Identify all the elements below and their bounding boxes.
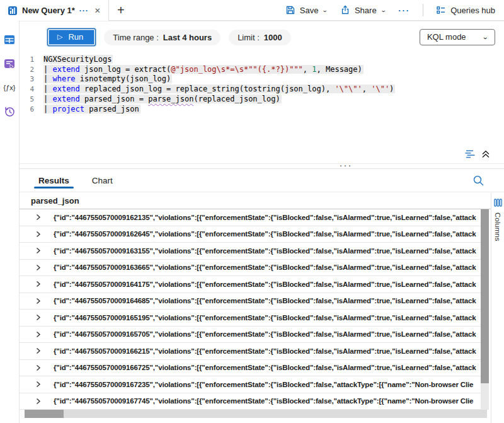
- code-line[interactable]: 3| where isnotempty(json_log): [20, 74, 504, 84]
- queries-hub-label: Queries hub: [450, 6, 495, 15]
- row-expand-chevron-icon[interactable]: [35, 331, 42, 338]
- query-editor[interactable]: 1NGXSecurityLogs2| extend json_log = ext…: [20, 55, 504, 114]
- table-row[interactable]: {"id":"4467550570009166215","violations"…: [20, 343, 481, 360]
- collapse-panel-icon[interactable]: [481, 149, 490, 159]
- results-panel: Results Chart parsed_json {"id":"4467550…: [20, 169, 504, 423]
- tab-chart[interactable]: Chart: [92, 169, 113, 192]
- code-line[interactable]: 4| extend replaced_json_log = replace_st…: [20, 84, 504, 95]
- table-row[interactable]: {"id":"4467550570009164175","violations"…: [20, 276, 481, 293]
- horizontal-scrollbar[interactable]: [25, 410, 487, 418]
- row-json-text: {"id":"4467550570009166725","violations"…: [54, 364, 481, 371]
- limit-label: Limit :: [238, 33, 260, 42]
- columns-panel-label[interactable]: Columns: [494, 212, 501, 241]
- code-text: | extend parsed_json = parse_json(replac…: [43, 95, 282, 105]
- code-text: NGXSecurityLogs: [43, 55, 113, 65]
- time-range-value: Last 4 hours: [163, 33, 212, 42]
- line-number: 3: [20, 74, 43, 84]
- table-row[interactable]: {"id":"4467550570009165705","violations"…: [20, 327, 481, 344]
- row-expand-chevron-icon[interactable]: [35, 347, 42, 354]
- tab-results-label: Results: [38, 176, 69, 185]
- code-text: | project parsed_json: [43, 105, 140, 115]
- table-row[interactable]: {"id":"4467550570009167235","violations"…: [20, 376, 481, 393]
- format-filter-icon[interactable]: [465, 149, 476, 159]
- share-button[interactable]: Share ⌄: [340, 5, 386, 15]
- query-app-icon: [8, 6, 18, 16]
- columns-side-panel: Columns: [491, 193, 504, 423]
- row-json-text: {"id":"4467550570009165195","violations"…: [54, 314, 481, 322]
- table-row[interactable]: {"id":"4467550570009167745","violations"…: [20, 393, 481, 410]
- code-text: | where isnotempty(json_log): [43, 74, 172, 84]
- results-tab-bar: Results Chart: [20, 169, 504, 192]
- code-line[interactable]: 2| extend json_log = extract(@"json_log\…: [20, 65, 504, 75]
- code-line[interactable]: 1NGXSecurityLogs: [20, 55, 504, 65]
- table-row[interactable]: {"id":"4467550570009162135","violations"…: [20, 209, 481, 226]
- tab-title: New Query 1*: [22, 6, 75, 15]
- row-expand-chevron-icon[interactable]: [35, 231, 42, 238]
- search-icon[interactable]: [472, 175, 484, 189]
- row-json-text: {"id":"4467550570009166215","violations"…: [54, 347, 481, 355]
- tab-close-icon[interactable]: ✕: [93, 6, 102, 15]
- row-expand-chevron-icon[interactable]: [35, 364, 42, 371]
- row-expand-chevron-icon[interactable]: [35, 281, 42, 287]
- code-line[interactable]: 5| extend parsed_json = parse_json(repla…: [20, 95, 504, 105]
- tab-results[interactable]: Results: [38, 169, 69, 192]
- tab-strip: New Query 1* ··· ✕ + Save ⌄ Share ⌄ ··· …: [0, 0, 504, 21]
- row-json-text: {"id":"4467550570009162135","violations"…: [54, 214, 481, 221]
- tab-chart-label: Chart: [92, 176, 113, 185]
- materialized-views-icon[interactable]: [4, 57, 16, 69]
- row-json-text: {"id":"4467550570009164685","violations"…: [54, 297, 481, 304]
- row-expand-chevron-icon[interactable]: [35, 247, 42, 254]
- query-tab[interactable]: New Query 1* ··· ✕: [0, 0, 109, 21]
- table-row[interactable]: {"id":"4467550570009166725","violations"…: [20, 360, 481, 377]
- columns-icon[interactable]: [494, 199, 502, 207]
- results-rows: {"id":"4467550570009162135","violations"…: [20, 209, 481, 410]
- vertical-scrollbar[interactable]: [481, 209, 489, 410]
- horizontal-scrollbar-thumb[interactable]: [25, 410, 64, 418]
- run-label: Run: [68, 32, 83, 42]
- vertical-scrollbar-thumb[interactable]: [481, 209, 489, 383]
- row-expand-chevron-icon[interactable]: [35, 298, 42, 304]
- row-json-text: {"id":"4467550570009163665","violations"…: [54, 264, 481, 271]
- functions-icon[interactable]: {ƒx}: [4, 81, 16, 93]
- time-range-picker[interactable]: Time range : Last 4 hours: [104, 30, 220, 45]
- limit-picker[interactable]: Limit : 1000: [229, 30, 291, 45]
- row-expand-chevron-icon[interactable]: [35, 381, 42, 388]
- row-json-text: {"id":"4467550570009162645","violations"…: [54, 230, 481, 238]
- row-expand-chevron-icon[interactable]: [35, 314, 42, 321]
- table-row[interactable]: {"id":"4467550570009163665","violations"…: [20, 260, 481, 277]
- table-row[interactable]: {"id":"4467550570009162645","violations"…: [20, 226, 481, 243]
- row-json-text: {"id":"4467550570009164175","violations"…: [54, 281, 481, 288]
- share-icon: [340, 5, 350, 15]
- tables-icon[interactable]: [4, 33, 16, 45]
- query-history-icon[interactable]: [4, 105, 16, 117]
- content-column: ▷ Run Time range : Last 4 hours Limit : …: [20, 21, 504, 423]
- header-actions: Save ⌄ Share ⌄ ··· Queries hub: [285, 0, 504, 20]
- tab-more-button[interactable]: ···: [79, 6, 89, 15]
- share-label: Share: [355, 6, 377, 15]
- row-expand-chevron-icon[interactable]: [35, 264, 42, 271]
- code-line[interactable]: 6| project parsed_json: [20, 105, 504, 115]
- panel-splitter[interactable]: ···: [20, 163, 504, 169]
- query-toolbar: ▷ Run Time range : Last 4 hours Limit : …: [20, 21, 504, 46]
- run-button[interactable]: ▷ Run: [47, 28, 96, 46]
- time-range-label: Time range :: [113, 33, 159, 42]
- column-header-parsed-json[interactable]: parsed_json: [20, 192, 491, 209]
- line-number: 1: [20, 55, 43, 65]
- kql-mode-chevron-down-icon: ⌄: [481, 33, 488, 40]
- kql-mode-select[interactable]: KQL mode ⌄: [420, 29, 495, 45]
- more-actions-button[interactable]: ···: [398, 6, 410, 15]
- queries-hub-button[interactable]: Queries hub: [436, 5, 495, 15]
- row-expand-chevron-icon[interactable]: [35, 214, 42, 221]
- new-tab-button[interactable]: +: [109, 0, 133, 20]
- code-lines: 1NGXSecurityLogs2| extend json_log = ext…: [20, 55, 504, 114]
- main-area: {ƒx} ▷ Run Time range : Last 4 hours Lim…: [0, 21, 504, 423]
- table-row[interactable]: {"id":"4467550570009163155","violations"…: [20, 243, 481, 260]
- table-row[interactable]: {"id":"4467550570009164685","violations"…: [20, 293, 481, 310]
- save-chevron-down-icon: ⌄: [322, 7, 328, 13]
- table-row[interactable]: {"id":"4467550570009165195","violations"…: [20, 310, 481, 327]
- header-divider: [423, 4, 423, 16]
- row-expand-chevron-icon[interactable]: [35, 398, 42, 405]
- save-button[interactable]: Save ⌄: [285, 5, 328, 15]
- kql-mode-value: KQL mode: [427, 32, 466, 42]
- line-number: 5: [20, 95, 43, 105]
